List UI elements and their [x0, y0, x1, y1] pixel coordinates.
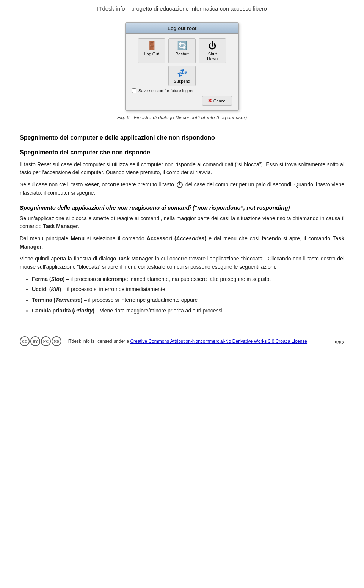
cancel-x-icon: ✕	[208, 98, 212, 104]
suspend-icon: 💤	[177, 68, 187, 78]
restart-label: Restart	[175, 52, 188, 56]
dialog-cancel-row: ✕ Cancel	[132, 96, 232, 106]
restart-button[interactable]: 🔄 Restart	[168, 38, 196, 63]
para1: Il tasto Reset sul case del computer si …	[20, 161, 344, 177]
log-out-dialog: Log out root 🚪 Log Out 🔄 Restart ⏻ Shut …	[125, 22, 239, 111]
save-session-label: Save session for future logins	[138, 88, 193, 93]
shut-down-icon: ⏻	[208, 41, 217, 51]
nc-icon: NC	[41, 336, 51, 346]
save-session-row: Save session for future logins	[132, 88, 232, 93]
shut-down-label: Shut Down	[203, 52, 222, 61]
termina-bold: Termina (Terminate)	[32, 297, 82, 303]
log-out-label: Log Out	[144, 52, 159, 56]
section3-heading: Spegnimento delle applicazioni che non r…	[20, 203, 344, 212]
list-item: Uccidi (Kill) – il processo si interromp…	[32, 285, 344, 294]
restart-icon: 🔄	[177, 41, 187, 51]
cc-badge: CC BY NC ND	[20, 336, 61, 346]
para2: Se sul case non c'è il tasto Reset, occo…	[20, 181, 344, 197]
shut-down-button[interactable]: ⏻ Shut Down	[199, 38, 226, 63]
license-link[interactable]: Creative Commons Attribution-Noncommerci…	[130, 339, 307, 344]
task-manager-bold3: Task Manager	[118, 255, 153, 262]
ferma-bold: Ferma (Stop)	[32, 276, 64, 282]
para5: Viene quindi aperta la finestra di dialo…	[20, 255, 344, 271]
priority-bold: Cambia priorità (Priority)	[32, 307, 94, 314]
section2-heading: Spegnimento del computer che non rispond…	[20, 148, 344, 158]
suspend-label: Suspend	[174, 79, 190, 84]
power-icon	[177, 182, 183, 188]
actions-list: Ferma (Stop) – il processo si interrompe…	[32, 275, 344, 315]
dialog-figure: Log out root 🚪 Log Out 🔄 Restart ⏻ Shut …	[0, 22, 364, 120]
save-session-checkbox[interactable]	[132, 88, 136, 93]
dialog-main-buttons: 🚪 Log Out 🔄 Restart ⏻ Shut Down	[130, 38, 234, 63]
reset-bold: Reset	[84, 181, 99, 188]
suspend-button[interactable]: 💤 Suspend	[168, 66, 196, 86]
footer: CC BY NC ND ITdesk.info is licensed unde…	[0, 333, 364, 349]
para4: Dal menu principale Menu si seleziona il…	[20, 235, 344, 251]
nd-icon: ND	[52, 336, 61, 346]
fig-caption: Fig. 6 - Finestra di dialogo Disconnetti…	[117, 115, 247, 120]
main-content: Spegnimento del computer e delle applica…	[0, 124, 364, 322]
footer-divider	[20, 329, 344, 329]
page-number: 9/62	[335, 340, 344, 346]
license-text1: ITdesk.info is licensed under a	[67, 339, 130, 344]
header-title: ITdesk.info – progetto di educazione inf…	[97, 5, 267, 12]
task-manager-bold1: Task Manager	[43, 223, 78, 229]
accessori-bold: Accessori (Accesories)	[147, 235, 206, 241]
list-item: Cambia priorità (Priority) – viene data …	[32, 307, 344, 315]
cancel-button[interactable]: ✕ Cancel	[202, 96, 232, 106]
menu-bold: Menu	[71, 235, 85, 241]
cancel-label: Cancel	[213, 99, 226, 103]
log-out-button[interactable]: 🚪 Log Out	[138, 38, 165, 63]
section1-heading: Spegnimento del computer e delle applica…	[20, 133, 344, 143]
cc-icon: CC	[20, 336, 30, 346]
list-item: Ferma (Stop) – il processo si interrompe…	[32, 275, 344, 284]
dialog-titlebar: Log out root	[126, 23, 238, 34]
suspend-btn-wrap: 💤 Suspend	[126, 66, 238, 86]
para3: Se un'applicazione si blocca e smette di…	[20, 214, 344, 231]
list-item: Termina (Terminate) – il processo si int…	[32, 296, 344, 304]
footer-text: ITdesk.info is licensed under a Creative…	[67, 339, 329, 344]
page-header: ITdesk.info – progetto di educazione inf…	[0, 0, 364, 16]
log-out-icon: 🚪	[147, 41, 157, 51]
by-icon: BY	[30, 336, 40, 346]
uccidi-bold: Uccidi (Kill)	[32, 286, 61, 292]
